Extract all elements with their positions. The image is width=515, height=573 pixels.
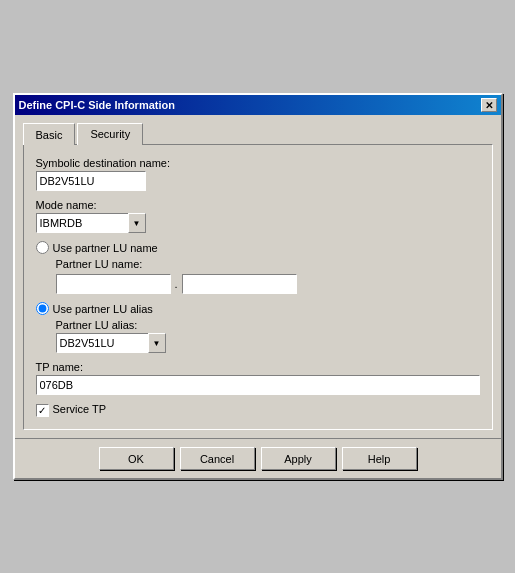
tab-basic-label: Basic [36, 129, 63, 141]
use-partner-lu-name-text: Use partner LU name [53, 242, 158, 254]
tab-bar: Basic Security [23, 123, 493, 145]
dialog-window: Define CPI-C Side Information ✕ Basic Se… [13, 93, 503, 480]
mode-name-label: Mode name: [36, 199, 480, 211]
service-tp-checkbox-box[interactable]: ✓ [36, 404, 49, 417]
partner-lu-name-radio-group: Use partner LU name Partner LU name: . [36, 241, 480, 294]
partner-lu-alias-select[interactable]: DB2V51LU [56, 333, 166, 353]
button-row: OK Cancel Apply Help [15, 438, 501, 478]
symbolic-dest-group: Symbolic destination name: [36, 157, 480, 191]
apply-label: Apply [284, 453, 312, 465]
help-label: Help [368, 453, 391, 465]
partner-lu-name-input2[interactable] [182, 274, 297, 294]
partner-lu-name-row: . [56, 274, 480, 294]
tp-name-group: TP name: [36, 361, 480, 395]
help-button[interactable]: Help [342, 447, 417, 470]
window-content: Basic Security Symbolic destination name… [15, 115, 501, 438]
close-button[interactable]: ✕ [481, 98, 497, 112]
use-partner-lu-alias-text: Use partner LU alias [53, 303, 153, 315]
service-tp-group: ✓ Service TP [36, 403, 480, 417]
partner-lu-name-input1[interactable] [56, 274, 171, 294]
mode-name-group: Mode name: IBMRDB ▼ [36, 199, 480, 233]
tab-basic[interactable]: Basic [23, 123, 76, 145]
ok-button[interactable]: OK [99, 447, 174, 470]
cancel-label: Cancel [200, 453, 234, 465]
cancel-button[interactable]: Cancel [180, 447, 255, 470]
title-bar: Define CPI-C Side Information ✕ [15, 95, 501, 115]
tab-security[interactable]: Security [77, 123, 143, 145]
mode-name-select-wrapper: IBMRDB ▼ [36, 213, 146, 233]
window-title: Define CPI-C Side Information [19, 99, 175, 111]
tp-name-input[interactable] [36, 375, 480, 395]
service-tp-label: Service TP [53, 403, 107, 415]
partner-lu-alias-indented: Partner LU alias: DB2V51LU ▼ [56, 319, 480, 353]
partner-lu-name-label: Partner LU name: [56, 258, 480, 270]
symbolic-dest-input[interactable] [36, 171, 146, 191]
partner-lu-name-indented: Partner LU name: . [56, 258, 480, 294]
partner-lu-alias-radio-group: Use partner LU alias Partner LU alias: D… [36, 302, 480, 353]
apply-button[interactable]: Apply [261, 447, 336, 470]
use-partner-lu-name-label[interactable]: Use partner LU name [36, 241, 480, 254]
use-partner-lu-name-radio[interactable] [36, 241, 49, 254]
tp-name-label: TP name: [36, 361, 480, 373]
symbolic-dest-label: Symbolic destination name: [36, 157, 480, 169]
use-partner-lu-alias-radio[interactable] [36, 302, 49, 315]
tab-panel-basic: Symbolic destination name: Mode name: IB… [23, 144, 493, 430]
tab-security-label: Security [90, 128, 130, 140]
ok-label: OK [128, 453, 144, 465]
partner-lu-separator: . [175, 278, 178, 290]
partner-lu-alias-label: Partner LU alias: [56, 319, 480, 331]
use-partner-lu-alias-label[interactable]: Use partner LU alias [36, 302, 480, 315]
partner-lu-alias-select-wrapper: DB2V51LU ▼ [56, 333, 166, 353]
mode-name-select[interactable]: IBMRDB [36, 213, 146, 233]
